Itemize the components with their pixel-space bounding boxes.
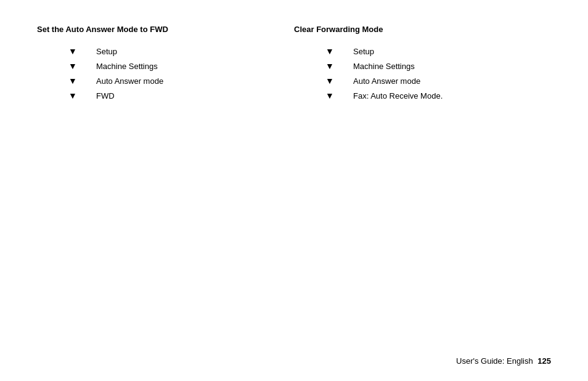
arrow-icon: ▼: [68, 76, 78, 86]
menu-text: Auto Answer mode: [353, 76, 420, 86]
section-left: Set the Auto Answer Mode to FWD ▼ Setup …: [37, 25, 294, 105]
menu-text: Machine Settings: [353, 62, 415, 71]
section-right-list: ▼ Setup ▼ Machine Settings ▼ Auto Answer…: [325, 46, 551, 100]
arrow-icon: ▼: [68, 46, 78, 56]
arrow-icon: ▼: [325, 61, 335, 71]
arrow-icon: ▼: [68, 91, 78, 100]
footer-label: User's Guide:: [456, 356, 504, 366]
menu-text: Setup: [353, 47, 374, 56]
footer: User's Guide: English 125: [456, 356, 551, 366]
section-right: Clear Forwarding Mode ▼ Setup ▼ Machine …: [294, 25, 551, 105]
menu-text: Machine Settings: [96, 62, 158, 71]
arrow-icon: ▼: [68, 61, 78, 71]
section-left-title: Set the Auto Answer Mode to FWD: [37, 25, 294, 34]
list-item: ▼ Setup: [68, 46, 294, 56]
list-item: ▼ Setup: [325, 46, 551, 56]
list-item: ▼ Machine Settings: [325, 61, 551, 71]
arrow-icon: ▼: [325, 46, 335, 56]
menu-text: Fax: Auto Receive Mode.: [353, 91, 443, 100]
menu-text: Setup: [96, 47, 117, 56]
list-item: ▼ Machine Settings: [68, 61, 294, 71]
list-item: ▼ Auto Answer mode: [325, 76, 551, 86]
menu-text: Auto Answer mode: [96, 76, 163, 86]
list-item: ▼ Fax: Auto Receive Mode.: [325, 91, 551, 100]
footer-page: 125: [537, 356, 551, 366]
list-item: ▼ FWD: [68, 91, 294, 100]
arrow-icon: ▼: [325, 91, 335, 100]
menu-text: FWD: [96, 91, 115, 100]
list-item: ▼ Auto Answer mode: [68, 76, 294, 86]
section-right-title: Clear Forwarding Mode: [294, 25, 551, 34]
arrow-icon: ▼: [325, 76, 335, 86]
section-left-list: ▼ Setup ▼ Machine Settings ▼ Auto Answer…: [68, 46, 294, 100]
footer-language: English: [507, 356, 533, 366]
